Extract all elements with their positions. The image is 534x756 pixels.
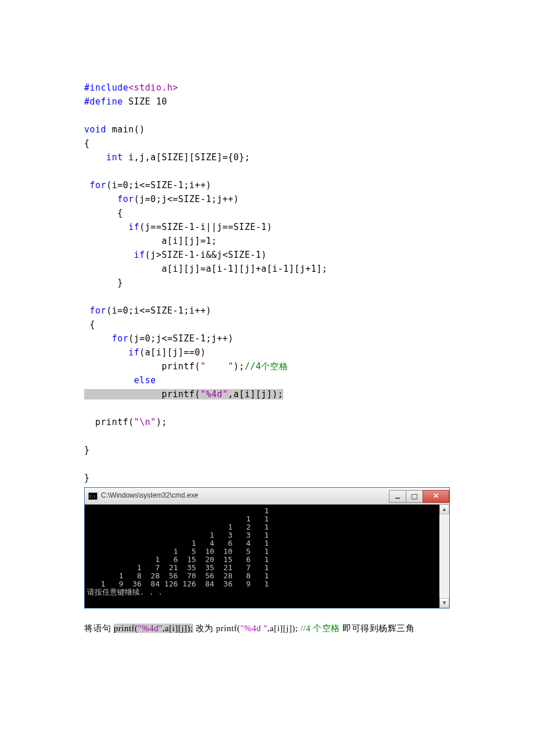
- code-text: a[i][j]=1;: [84, 236, 217, 246]
- footer-text: 改为 printf(: [193, 624, 240, 633]
- code-keyword: #include: [84, 82, 128, 93]
- code-highlight: printf("%4d",a[i][j]);: [84, 389, 283, 399]
- console-row: 1 4 6 4 1: [87, 539, 269, 548]
- document-page: #include<stdio.h> #define SIZE 10 void m…: [0, 0, 534, 756]
- footer-code: printf(: [114, 624, 138, 633]
- code-keyword: if: [84, 347, 139, 358]
- scrollbar[interactable]: ▲ ▼: [439, 505, 449, 608]
- code-text: printf(: [84, 389, 200, 399]
- code-keyword: for: [84, 194, 134, 204]
- console-wrap: 1 1 1 1 2 1 1 3 3 1 1 4 6 4 1 1 5 10 10: [85, 505, 449, 608]
- code-comment: //4个空格: [244, 361, 288, 372]
- console-row: 1: [87, 506, 269, 515]
- titlebar[interactable]: C:\Windows\system32\cmd.exe: [85, 488, 449, 505]
- code-text: }: [84, 445, 90, 455]
- code-include-file: <stdio.h>: [128, 82, 178, 93]
- code-keyword: for: [84, 333, 128, 344]
- code-text: a[i][j]=a[i-1][j]+a[i-1][j+1];: [84, 264, 327, 274]
- code-string: "%4d": [200, 389, 228, 399]
- code-keyword: if: [84, 250, 145, 260]
- code-text: (j>SIZE-1-i&&j<SIZE-1): [145, 250, 267, 260]
- footer-note: 将语句 printf("%4d",a[i][j]); 改为 printf("%4…: [84, 621, 450, 635]
- code-keyword: for: [84, 180, 106, 190]
- footer-text: 即可得到杨辉三角: [340, 624, 414, 633]
- console-output: 1 1 1 1 2 1 1 3 3 1 1 4 6 4 1 1 5 10 10: [85, 505, 439, 608]
- console-prompt: 请按任意键继续. . .: [87, 588, 163, 596]
- window-buttons: [389, 490, 449, 502]
- code-text: printf(: [84, 417, 134, 427]
- code-string: "\n": [134, 417, 156, 427]
- console-row: 1 2 1: [87, 523, 269, 531]
- code-text: main(): [106, 124, 145, 135]
- code-string: " ": [200, 361, 233, 372]
- code-keyword: int: [84, 152, 123, 163]
- minimize-button[interactable]: [389, 490, 406, 503]
- code-text: printf(: [84, 361, 200, 372]
- scroll-up-button[interactable]: ▲: [439, 505, 449, 514]
- footer-string: "%4d ": [240, 624, 268, 633]
- title-left: C:\Windows\system32\cmd.exe: [88, 490, 198, 501]
- footer-highlight: printf("%4d",a[i][j]);: [114, 624, 193, 633]
- console-row: 1 1: [87, 514, 269, 523]
- code-keyword: if: [84, 222, 139, 232]
- code-keyword: for: [84, 305, 106, 316]
- code-keyword: else: [84, 375, 156, 386]
- maximize-button[interactable]: [406, 490, 423, 503]
- code-text: }: [84, 473, 90, 483]
- scroll-down-button[interactable]: ▼: [439, 598, 449, 608]
- console-row: 1 9 36 84 126 126 84 36 9 1: [87, 579, 269, 588]
- console-row: 1 3 3 1: [87, 531, 269, 539]
- code-text: (a[i][j]==0): [139, 347, 205, 358]
- window-title: C:\Windows\system32\cmd.exe: [101, 490, 198, 501]
- console-row: 1 8 28 56 70 56 28 8 1: [87, 571, 269, 580]
- code-text: );: [156, 417, 167, 427]
- cmd-window: C:\Windows\system32\cmd.exe 1 1 1 1 2 1: [84, 487, 450, 609]
- code-block: #include<stdio.h> #define SIZE 10 void m…: [84, 67, 450, 485]
- code-text: (j=0;j<=SIZE-1;j++): [134, 194, 239, 204]
- code-text: {: [84, 208, 123, 218]
- footer-text: ,a[i][j]);: [268, 624, 298, 633]
- code-keyword: #define: [84, 96, 123, 107]
- footer-string: "%4d": [138, 624, 163, 633]
- code-text: (i=0;i<=SIZE-1;i++): [106, 180, 211, 190]
- code-text: }: [84, 278, 123, 288]
- console-row: 1 5 10 10 5 1: [87, 547, 269, 556]
- code-text: (j=0;j<=SIZE-1;j++): [128, 333, 233, 344]
- footer-comment: //4 个空格: [298, 624, 340, 633]
- code-text: {: [84, 138, 90, 149]
- cmd-icon: [88, 492, 98, 500]
- footer-code: ,a[i][j]);: [163, 624, 193, 633]
- footer-text: 将语句: [84, 624, 114, 633]
- code-text: i,j,a[SIZE][SIZE]={0};: [123, 152, 250, 163]
- code-text: SIZE 10: [123, 96, 167, 107]
- code-text: {: [84, 319, 95, 330]
- close-button[interactable]: [423, 490, 449, 503]
- console-row: 1 7 21 35 35 21 7 1: [87, 563, 269, 572]
- code-text: );: [233, 361, 244, 372]
- console-row: 1 6 15 20 15 6 1: [87, 555, 269, 564]
- code-text: (i=0;i<=SIZE-1;i++): [106, 305, 211, 316]
- code-keyword: void: [84, 124, 106, 135]
- code-text: ,a[i][j]);: [228, 389, 283, 399]
- code-text: (j==SIZE-1-i||j==SIZE-1): [139, 222, 272, 232]
